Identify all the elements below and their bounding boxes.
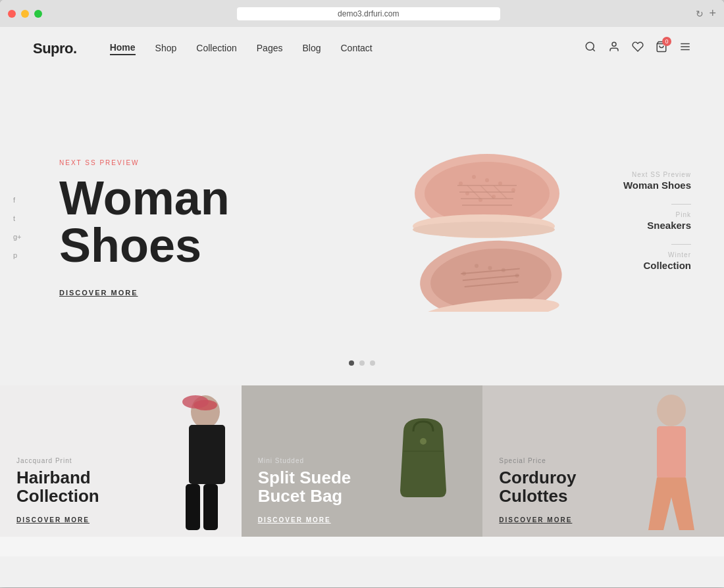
footer-bar [0,537,724,556]
facebook-icon[interactable]: f [13,196,22,204]
browser-titlebar: demo3.drfuri.com ↻ + [0,0,724,27]
user-icon[interactable] [608,41,620,56]
refresh-icon[interactable]: ↻ [696,9,704,19]
sidebar-value-2: Sneakers [623,220,691,231]
product-2-title-2: Bucet Bag [258,487,467,506]
svg-point-11 [485,178,489,182]
shoe-svg [382,141,592,312]
product-grid: Jaccquard Print Hairband Collection DISC… [0,385,724,537]
googleplus-icon[interactable]: g+ [13,233,22,241]
nav-pages[interactable]: Pages [257,43,283,55]
product-2-title-1: Split Suede [258,468,467,487]
sidebar-divider-2 [671,244,691,245]
new-tab-button[interactable]: + [709,7,716,20]
product-card-2[interactable]: Mini Studded Split Suede Bucet Bag DISCO… [242,385,483,537]
sidebar-label-2: Pink [623,211,691,218]
nav-contact[interactable]: Contact [341,43,373,55]
right-sidebar: Next SS Preview Woman Shoes Pink Sneaker… [623,171,691,284]
product-card-3[interactable]: Special Price Corduroy Culottes DISCOVER… [482,385,724,537]
logo-text: Supro. [33,40,77,57]
sidebar-label-3: Winter [623,251,691,258]
menu-icon[interactable] [679,41,691,56]
product-3-title-2: Culottes [499,487,708,506]
hero-title: Woman Shoes [59,174,691,269]
nav-blog[interactable]: Blog [302,43,321,55]
site-logo[interactable]: Supro. [33,40,77,57]
search-icon[interactable] [584,41,596,56]
slide-dot-1[interactable] [349,360,354,366]
sidebar-value-3: Collection [623,260,691,271]
slide-indicators [349,360,375,366]
pinterest-icon[interactable]: p [13,251,22,259]
svg-point-10 [472,175,476,179]
hero-cta[interactable]: DISCOVER MORE [59,289,691,297]
maximize-button[interactable] [34,10,42,18]
product-1-title-2: Collection [16,487,225,506]
site-header: Supro. Home Shop Collection Pages Blog C… [0,27,724,70]
product-1-eyebrow: Jaccquard Print [16,457,225,464]
nav-shop[interactable]: Shop [155,43,177,55]
twitter-icon[interactable]: t [13,214,22,222]
hero-title-line2: Shoes [59,222,691,269]
product-card-1-content: Jaccquard Print Hairband Collection DISC… [0,444,242,537]
browser-window: demo3.drfuri.com ↻ + Supro. Home Shop Co… [0,0,724,587]
hero-content: NEXT SS PREVIEW Woman Shoes DISCOVER MOR… [33,159,691,297]
nav-home[interactable]: Home [110,42,136,55]
product-1-title-1: Hairband [16,468,225,487]
product-2-title: Split Suede Bucet Bag [258,468,467,506]
sidebar-label-1: Next SS Preview [623,171,691,178]
sidebar-item-3: Winter Collection [623,251,691,271]
slide-dot-3[interactable] [370,360,375,366]
sidebar-value-1: Woman Shoes [623,180,691,191]
hero-title-line1: Woman [59,174,691,222]
product-3-eyebrow: Special Price [499,457,708,464]
minimize-button[interactable] [21,10,29,18]
hero-section: f t g+ p NEXT SS PREVIEW Woman Shoes DIS… [0,70,724,385]
cart-icon[interactable]: 0 [656,41,667,56]
product-3-cta[interactable]: DISCOVER MORE [499,516,708,524]
nav-collection[interactable]: Collection [196,43,236,55]
svg-point-45 [182,395,209,408]
slide-dot-2[interactable] [359,360,365,366]
svg-point-2 [612,42,616,46]
cart-count: 0 [662,37,671,46]
svg-point-0 [586,42,594,50]
product-3-title: Corduroy Culottes [499,468,708,506]
url-text: demo3.drfuri.com [338,9,399,18]
header-icons: 0 [584,41,691,56]
svg-line-1 [592,49,594,51]
social-sidebar: f t g+ p [13,196,22,259]
svg-point-48 [657,395,686,426]
product-card-1[interactable]: Jaccquard Print Hairband Collection DISC… [0,385,242,537]
hero-product-image [382,141,592,314]
main-nav: Home Shop Collection Pages Blog Contact [110,42,584,55]
product-1-cta[interactable]: DISCOVER MORE [16,516,225,524]
wishlist-icon[interactable] [632,41,644,56]
hero-eyebrow: NEXT SS PREVIEW [59,159,691,166]
product-2-eyebrow: Mini Studded [258,457,467,464]
sidebar-item-1: Next SS Preview Woman Shoes [623,171,691,191]
product-card-2-content: Mini Studded Split Suede Bucet Bag DISCO… [242,444,483,537]
sidebar-divider-1 [671,204,691,205]
product-2-cta[interactable]: DISCOVER MORE [258,516,467,524]
product-3-title-1: Corduroy [499,468,708,487]
sidebar-item-2: Pink Sneakers [623,211,691,231]
product-card-3-content: Special Price Corduroy Culottes DISCOVER… [482,444,724,537]
svg-point-18 [413,222,555,237]
address-bar[interactable]: demo3.drfuri.com [237,7,500,20]
product-1-title: Hairband Collection [16,468,225,506]
website-content: Supro. Home Shop Collection Pages Blog C… [0,27,724,587]
close-button[interactable] [8,10,16,18]
